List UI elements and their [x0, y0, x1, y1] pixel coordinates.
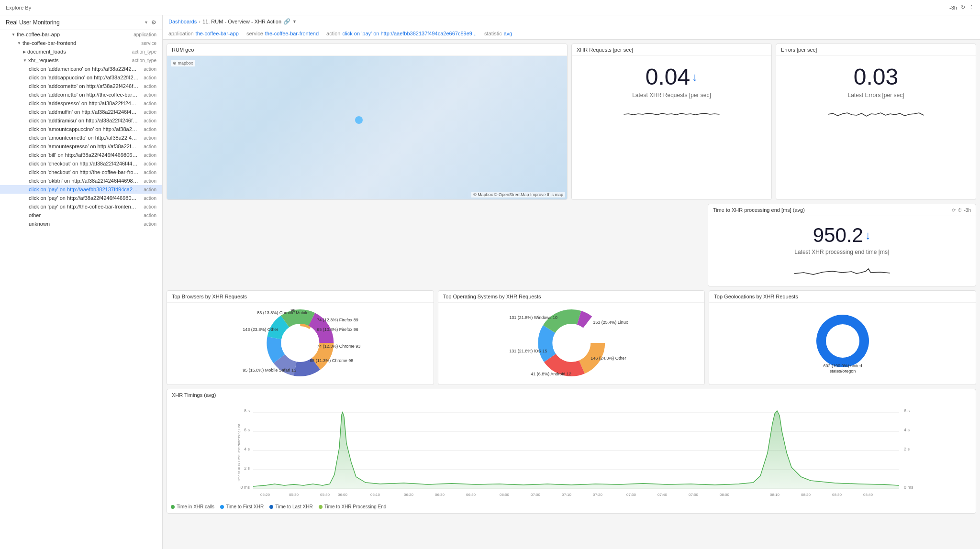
- y-tick-0ms: 0 ms: [240, 485, 250, 490]
- more-icon[interactable]: ⋮: [969, 4, 974, 11]
- refresh-icon[interactable]: ↻: [961, 4, 965, 11]
- sidebar-item-action2-label: click on 'addcappuccino' on http://af38a…: [29, 75, 139, 80]
- sidebar-item-action17[interactable]: click on 'pay' on http://the-coffee-bar-…: [0, 202, 162, 211]
- sidebar-item-action7[interactable]: click on 'addtiramisu' on http://af38a22…: [0, 116, 162, 125]
- xhr-sparkline-container: [579, 102, 764, 121]
- expand-down-icon: ▼: [11, 33, 15, 37]
- errors-metric-label: Latest Errors [per sec]: [784, 92, 968, 99]
- filter-action: action click on 'pay' on http://aaefbb38…: [326, 31, 477, 36]
- sidebar-item-action6-type: action: [144, 110, 156, 115]
- mapbox-logo: ⊕ mapbox: [171, 60, 195, 66]
- processing-sync-icon[interactable]: ⟳: [952, 208, 956, 213]
- sidebar-filter-icon[interactable]: ⚙: [151, 19, 156, 26]
- sidebar-item-action3[interactable]: click on 'addcornetto' on http://af38a22…: [0, 82, 162, 90]
- time-range-badge[interactable]: -3h: [949, 5, 957, 11]
- panel-errors: Errors [per sec] 0.03 Latest Errors [per…: [776, 44, 976, 200]
- panel-rum-geo-title: RUM geo: [172, 47, 194, 53]
- sidebar-item-other[interactable]: other action: [0, 211, 162, 220]
- content-header: Dashboards › 11. RUM - Overview - XHR Ac…: [163, 15, 980, 40]
- sidebar-item-action3-label: click on 'addcornetto' on http://af38a22…: [29, 83, 139, 89]
- sidebar-dropdown-icon[interactable]: ▼: [144, 20, 148, 25]
- legend-time-to-last: Time to Last XHR: [269, 504, 313, 509]
- sidebar-item-unknown-type: action: [144, 221, 156, 227]
- x-05:30: 05:30: [289, 493, 299, 497]
- x-07:40: 07:40: [657, 493, 668, 497]
- sidebar-item-document-loads[interactable]: ▶ document_loads action_type: [0, 47, 162, 56]
- map-container[interactable]: ⊕ mapbox © Mapbox © OpenStreetMap Improv…: [167, 56, 567, 199]
- sidebar-item-frontend-label: the-coffee-bar-frontend: [22, 40, 76, 46]
- browsers-donut-hole: [283, 326, 317, 360]
- expand-down-icon-3: ▼: [23, 58, 27, 63]
- sidebar-item-action8[interactable]: click on 'amountcappuccino' on http://af…: [0, 125, 162, 133]
- sidebar-item-unknown[interactable]: unknown action: [0, 220, 162, 228]
- breadcrumb-chevron[interactable]: ▼: [292, 19, 297, 24]
- sidebar-item-action5[interactable]: click on 'addespresso' on http://af38a22…: [0, 99, 162, 108]
- sidebar-item-action2-type: action: [144, 75, 156, 80]
- legend-time-to-last-dot: [269, 505, 273, 509]
- sidebar-item-action10[interactable]: click on 'amountespresso' on http://af38…: [0, 142, 162, 151]
- sidebar-item-app-type: application: [134, 32, 156, 37]
- panel-processing-header: Time to XHR processing end [ms] (avg) ⟳ …: [708, 204, 976, 216]
- panel-timings-header: XHR Timings (avg): [167, 389, 976, 401]
- y-axis-label: Time to XHR First/Last/Processing End: [237, 424, 241, 482]
- x-08:40: 08:40: [863, 493, 873, 497]
- sidebar-item-action14[interactable]: click on 'okbtn' on http://af38a22f4246f…: [0, 176, 162, 185]
- sidebar-item-action15-active[interactable]: click on 'pay' on http://aaefbb382137f49…: [0, 185, 162, 194]
- main-layout: Real User Monitoring ▼ ⚙ ▼ the-coffee-ba…: [0, 15, 980, 549]
- sidebar-item-action1[interactable]: click on 'addamericano' on http://af38a2…: [0, 65, 162, 73]
- sidebar-item-document-loads-type: action_type: [132, 49, 156, 55]
- sidebar-items: ▼ the-coffee-bar-app application ▼ the-c…: [0, 30, 162, 549]
- sidebar-item-action4[interactable]: click on 'addcornetto' on http://the-cof…: [0, 90, 162, 99]
- filter-service-value[interactable]: the-coffee-bar-frontend: [265, 31, 319, 36]
- map-attribution: © Mapbox © OpenStreetMap Improve this ma…: [471, 192, 565, 198]
- y-tick-6s: 6 s: [244, 428, 250, 432]
- sidebar-item-app[interactable]: ▼ the-coffee-bar-app application: [0, 30, 162, 39]
- x-07:30: 07:30: [626, 493, 636, 497]
- map-background: [167, 56, 567, 199]
- sidebar-item-action12[interactable]: click on 'checkout' on http://af38a22f42…: [0, 159, 162, 168]
- explore-by-label: Explore By: [6, 5, 31, 11]
- sidebar-item-action13[interactable]: click on 'checkout' on http://the-coffee…: [0, 168, 162, 176]
- sidebar-item-action5-label: click on 'addespresso' on http://af38a22…: [29, 100, 139, 106]
- timings-legend: Time in XHR calls Time to First XHR Time…: [171, 502, 972, 511]
- label-chrome98: 68 (11.3%) Chrome 98: [310, 358, 353, 363]
- label-android: 41 (6.8%) Android 12: [531, 372, 571, 376]
- panel-rum-geo-header: RUM geo: [167, 44, 567, 56]
- sidebar-item-action9[interactable]: click on 'amountcornetto' on http://af38…: [0, 133, 162, 142]
- geo-donut-hole: [826, 324, 859, 358]
- breadcrumb-dashboards[interactable]: Dashboards: [168, 19, 197, 24]
- sidebar-item-action6-label: click on 'addmuffin' on http://af38a22f4…: [29, 109, 139, 115]
- sidebar-item-frontend[interactable]: ▼ the-coffee-bar-frontend service: [0, 39, 162, 47]
- sidebar-item-action11-type: action: [144, 153, 156, 158]
- timings-chart-area: 8 s 6 s 4 s 2 s 0 ms 6 s 4 s 2 s 0 ms: [167, 401, 976, 513]
- filter-statistic-value[interactable]: avg: [504, 31, 512, 36]
- sidebar-item-action2[interactable]: click on 'addcappuccino' on http://af38a…: [0, 73, 162, 82]
- x-07:00: 07:00: [531, 493, 541, 497]
- label-mobilesafari: 95 (15.8%) Mobile Safari 15: [243, 368, 296, 373]
- sidebar-item-action15-type: action: [144, 187, 156, 192]
- panel-browsers-title: Top Browsers by XHR Requests: [172, 294, 247, 299]
- filter-application-value[interactable]: the-coffee-bar-app: [196, 31, 239, 36]
- sidebar-item-action16[interactable]: click on 'pay' on http://af38a22f4246f44…: [0, 194, 162, 202]
- processing-sparkline: [716, 259, 968, 278]
- panel-processing-controls: ⟳ ⏱ -3h: [952, 208, 971, 213]
- sidebar-item-action4-label: click on 'addcornetto' on http://the-cof…: [29, 92, 139, 98]
- processing-clock-icon[interactable]: ⏱: [958, 208, 962, 213]
- x-06:10: 06:10: [370, 493, 380, 497]
- processing-arrow-down: ↓: [865, 229, 871, 242]
- sidebar-item-action4-type: action: [144, 92, 156, 98]
- header-right: -3h ↻ ⋮: [949, 4, 974, 11]
- geo-donut-chart: 602 (100.0%) united states/oregon: [800, 307, 886, 374]
- x-06:50: 06:50: [500, 493, 510, 497]
- sidebar-item-action11[interactable]: click on 'bill' on http://af38a22f4246f4…: [0, 151, 162, 159]
- filter-action-value[interactable]: click on 'pay' on http://aaefbb382137f49…: [342, 31, 477, 36]
- x-06:00: 06:00: [338, 493, 348, 497]
- sidebar-item-xhr[interactable]: ▼ xhr_requests action_type: [0, 56, 162, 65]
- sidebar-item-action10-type: action: [144, 144, 156, 149]
- sidebar-item-action6[interactable]: click on 'addmuffin' on http://af38a22f4…: [0, 108, 162, 116]
- link-icon[interactable]: 🔗: [283, 18, 290, 25]
- row2: Top Browsers by XHR Requests: [167, 290, 976, 385]
- errors-sparkline: [784, 102, 968, 121]
- legend-time-to-processing: Time to XHR Processing End: [319, 504, 387, 509]
- xhr-metric-label: Latest XHR Requests [per sec]: [579, 92, 764, 99]
